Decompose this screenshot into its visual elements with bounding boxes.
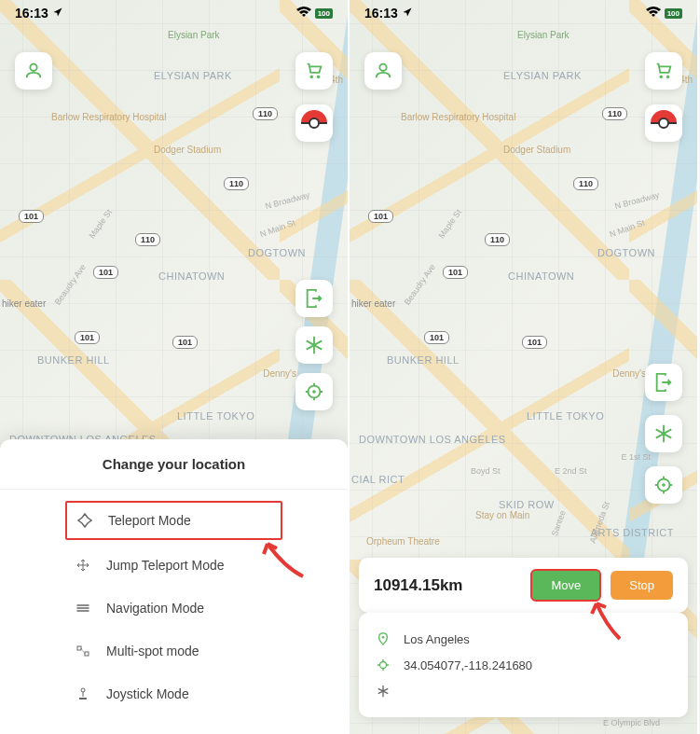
location-name: Los Angeles: [404, 632, 470, 646]
cart-button[interactable]: [645, 52, 682, 90]
pokeball-button[interactable]: [295, 104, 333, 142]
route-badge-110-2: 110: [224, 177, 249, 190]
map-label-dogtown: DOGTOWN: [248, 247, 306, 258]
route-badge-110-3: 110: [135, 233, 160, 246]
profile-button[interactable]: [15, 52, 52, 90]
exit-icon: [304, 288, 324, 309]
map-label-financial: CIAL RICT: [351, 474, 405, 485]
locate-button[interactable]: [295, 373, 333, 410]
map-label-elysian-top: Elysian Park: [168, 30, 220, 40]
freeze-button[interactable]: [645, 415, 682, 452]
wifi-icon: [296, 6, 311, 21]
mode-label: Navigation Mode: [106, 601, 204, 616]
pin-small-icon: [376, 631, 391, 646]
mode-label: Joystick Mode: [106, 686, 189, 701]
profile-icon: [373, 61, 393, 81]
map-label-bunker: BUNKER HILL: [387, 354, 460, 366]
left-screen: Elysian Park ELYSIAN PARK Barlow Respira…: [0, 0, 350, 734]
map-label-barlow: Barlow Respiratory Hospital: [51, 112, 166, 122]
route-badge-110-2: 110: [573, 177, 598, 190]
multispot-icon: [75, 643, 91, 659]
jump-teleport-icon: [75, 557, 91, 574]
mode-navigation[interactable]: Navigation Mode: [0, 587, 348, 630]
right-screen: Elysian Park ELYSIAN PARK Barlow Respira…: [350, 0, 699, 734]
route-badge-101-4: 101: [522, 336, 547, 349]
distance-value: 10914.15km: [374, 576, 521, 595]
svg-point-1: [310, 76, 313, 78]
map-label-boyd: Boyd St: [471, 466, 501, 476]
route-badge-101-1: 101: [368, 210, 393, 223]
map-label-tokyo: LITTLE TOKYO: [527, 410, 604, 422]
map-label-orpheum: Orpheum Theatre: [366, 536, 440, 547]
location-freeze-row: [376, 678, 671, 704]
svg-rect-7: [85, 652, 89, 656]
route-badge-110-3: 110: [485, 233, 510, 246]
map-label-hiker: hiker eater: [351, 298, 395, 309]
map-label-dogtown: DOGTOWN: [597, 247, 655, 258]
freeze-button[interactable]: [295, 326, 333, 364]
mode-label: Multi-spot mode: [106, 644, 199, 658]
status-time: 16:13: [364, 6, 398, 21]
map-label-tokyo: LITTLE TOKYO: [177, 410, 254, 422]
crosshair-icon: [653, 475, 674, 495]
exit-button[interactable]: [295, 280, 333, 317]
route-badge-110-1: 110: [253, 107, 278, 120]
profile-button[interactable]: [364, 52, 402, 90]
status-bar: 16:13 100: [350, 0, 697, 26]
sheet-title: Change your location: [0, 439, 348, 490]
map-label-dennys: Denny's: [263, 368, 296, 379]
route-badge-101-2: 101: [93, 266, 118, 279]
map-label-elysian-top: Elysian Park: [517, 30, 570, 40]
map-label-elysian: ELYSIAN PARK: [503, 70, 582, 81]
mode-list: Teleport Mode Jump Teleport Mode Navigat…: [0, 490, 348, 734]
exit-button[interactable]: [645, 364, 682, 401]
svg-point-8: [81, 688, 85, 692]
exit-icon: [653, 372, 674, 393]
annotation-arrow-left: [256, 530, 312, 589]
pokeball-button[interactable]: [645, 104, 682, 142]
location-arrow-icon: [52, 6, 63, 21]
map-label-chinatown: CHINATOWN: [158, 270, 225, 282]
wifi-icon: [646, 6, 661, 21]
cart-button[interactable]: [295, 52, 333, 90]
svg-point-2: [317, 76, 320, 78]
location-card: Los Angeles 34.054077,-118.241680: [359, 613, 688, 717]
pokeball-icon: [651, 110, 677, 136]
mode-joystick[interactable]: Joystick Mode: [0, 672, 348, 715]
joystick-icon: [75, 686, 91, 702]
pokeball-icon: [301, 110, 327, 136]
map-label-dennys: Denny's: [612, 368, 646, 379]
navigation-icon: [75, 600, 91, 616]
route-badge-101-4: 101: [172, 336, 198, 349]
route-badge-101-2: 101: [443, 266, 468, 279]
snowflake-icon: [304, 335, 324, 355]
map-label-dodger: Dodger Stadium: [503, 145, 570, 155]
cart-icon: [304, 61, 324, 81]
map-label-e1st: E 1st St: [621, 452, 651, 462]
location-coords-row: 34.054077,-118.241680: [376, 652, 671, 678]
svg-point-11: [666, 76, 669, 78]
location-coords: 34.054077,-118.241680: [404, 658, 532, 672]
mode-label: Teleport Mode: [108, 513, 191, 528]
map-label-stay: Stay on Main: [475, 510, 529, 520]
snowflake-small-icon: [376, 684, 391, 699]
mode-multispot[interactable]: Multi-spot mode: [0, 630, 348, 672]
map-label-elysian: ELYSIAN PARK: [154, 70, 232, 81]
map-label-skidrow: SKID ROW: [499, 499, 555, 510]
svg-point-0: [30, 64, 36, 71]
map-label-dodger: Dodger Stadium: [154, 145, 221, 155]
map-label-hiker: hiker eater: [2, 298, 46, 309]
mode-teleport[interactable]: Teleport Mode: [65, 501, 282, 540]
map-label-bunker: BUNKER HILL: [37, 354, 110, 366]
route-badge-101-3: 101: [424, 331, 449, 344]
locate-button[interactable]: [645, 466, 682, 504]
battery-badge: 100: [315, 8, 333, 19]
cart-icon: [653, 61, 674, 81]
status-bar: 16:13 100: [0, 0, 348, 26]
svg-point-16: [380, 662, 387, 669]
distance-card: 10914.15km Move Stop: [359, 558, 688, 613]
svg-rect-6: [77, 646, 81, 650]
teleport-icon: [76, 512, 93, 529]
map-label-barlow: Barlow Respiratory Hospital: [401, 112, 515, 122]
target-small-icon: [376, 658, 391, 672]
